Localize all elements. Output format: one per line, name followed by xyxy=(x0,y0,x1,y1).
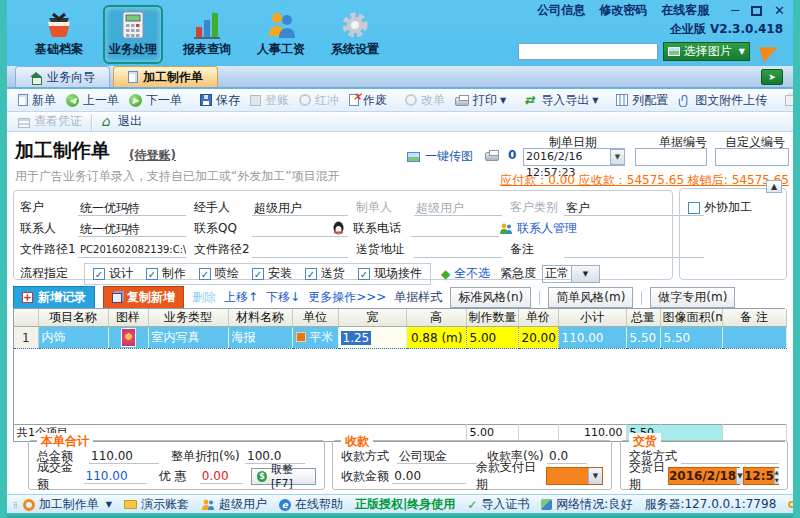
diamond-icon: ◆ xyxy=(441,267,450,281)
online-service-link[interactable]: 在线客服 xyxy=(661,2,709,19)
checkbox-make[interactable]: ✓ xyxy=(146,268,158,280)
add-record-button[interactable]: +新增记录 xyxy=(13,286,95,309)
handler-field[interactable]: 超级用户 xyxy=(252,200,348,216)
pay-method-field[interactable]: 公司现金 xyxy=(397,449,477,464)
cell-note xyxy=(722,327,786,349)
status-help[interactable]: e在线帮助 xyxy=(279,496,343,513)
company-info-link[interactable]: 公司信息 xyxy=(537,2,585,19)
status-import-cert[interactable]: ✓导入证书 xyxy=(467,496,529,513)
customer-field[interactable]: 统一优玛特 xyxy=(78,200,186,216)
view-voucher-button[interactable]: 查看凭证 xyxy=(13,112,87,131)
delivery-method-field[interactable] xyxy=(681,449,779,464)
process-label: 流程指定 xyxy=(20,265,78,282)
contact-manager-link[interactable]: 联系人管理 xyxy=(517,220,577,237)
exit-button[interactable]: ⌂退出 xyxy=(96,112,147,131)
reverse-button[interactable]: 红冲 xyxy=(294,91,344,110)
status-user[interactable]: 超级用户 xyxy=(201,496,267,513)
import-export-button[interactable]: ⇄导入导出▼ xyxy=(519,91,603,110)
file-path2-field[interactable] xyxy=(252,242,348,258)
new-order-button[interactable]: 新单 xyxy=(13,91,61,110)
style-char-button[interactable]: 做字专用(m) xyxy=(650,287,735,308)
change-password-link[interactable]: 修改密码 xyxy=(599,2,647,19)
style-label: 单据样式 xyxy=(394,289,442,306)
custom-no-input[interactable] xyxy=(715,148,789,166)
cell-item-name: 内饰 xyxy=(38,327,108,349)
tab-processing-order[interactable]: 加工制作单 xyxy=(113,66,218,87)
order-status-link[interactable]: (待登账) xyxy=(129,147,176,164)
status-lock-screen[interactable]: 锁屏 xyxy=(788,496,800,513)
deal-amount-field[interactable]: 110.00 xyxy=(84,469,147,484)
table-row[interactable]: 1 内饰 室内写真 海报 平米 1.25 0.88 (m) 5.00 20.00… xyxy=(14,327,786,349)
copy-add-button[interactable]: 复制新增 xyxy=(103,286,184,309)
minimize-icon[interactable]: ─ xyxy=(731,4,739,17)
contact-field[interactable]: 统一优玛特 xyxy=(78,221,186,237)
move-down-link[interactable]: 下移↓ xyxy=(266,289,300,306)
void-button[interactable]: 作废 xyxy=(344,91,392,110)
nav-item-settings[interactable]: 系统设置 xyxy=(325,5,385,64)
collapse-icon[interactable]: ▲ xyxy=(766,180,782,193)
checkbox-outsourcing[interactable] xyxy=(688,202,700,214)
modify-button[interactable]: 改单 xyxy=(400,91,450,110)
discount-label: 整单折扣(%) xyxy=(171,448,245,465)
one-key-upload-link[interactable]: 一键传图 xyxy=(407,148,473,165)
horn-icon[interactable] xyxy=(759,41,781,62)
urgency-select[interactable]: 正常▼ xyxy=(542,265,600,283)
next-order-button[interactable]: ▶下一单 xyxy=(124,91,187,110)
print-button[interactable]: 打印▼ xyxy=(450,91,511,110)
due-date-label: 余款支付日期 xyxy=(476,459,542,493)
tab-business-wizard[interactable]: 业务向导 xyxy=(15,66,110,87)
key-icon xyxy=(788,501,800,508)
move-up-link[interactable]: 上移↑ xyxy=(224,289,258,306)
nav-item-business[interactable]: 业务处理 xyxy=(103,5,163,64)
off-field[interactable]: 0.00 xyxy=(200,469,243,484)
doc-no-input[interactable] xyxy=(635,148,707,166)
cell-height: 0.88 (m) xyxy=(406,327,466,349)
round-button[interactable]: $取整[F7] xyxy=(251,468,316,485)
style-simple-button[interactable]: 简单风格(m) xyxy=(548,287,633,308)
pay-rate-field[interactable]: 0.0 xyxy=(547,449,587,464)
more-actions-link[interactable]: 更多操作>>> xyxy=(308,289,386,306)
select-none-link[interactable]: 全不选 xyxy=(454,265,490,282)
delivery-address-field[interactable] xyxy=(414,242,502,258)
pay-amount-field[interactable]: 0.00 xyxy=(392,469,466,484)
due-date-select[interactable]: ▼ xyxy=(546,467,603,485)
checkbox-spray[interactable]: ✓ xyxy=(199,268,211,280)
spinner-down-icon[interactable]: ▼ xyxy=(775,476,779,484)
process-options: ✓设计 ✓制作 ✓喷绘 ✓安装 ✓送货 ✓现场接件 xyxy=(84,263,431,285)
status-account[interactable]: 演示账套 xyxy=(124,496,189,513)
post-button[interactable]: 登账 xyxy=(245,91,294,110)
qq-icon[interactable] xyxy=(332,221,345,236)
maximize-icon[interactable] xyxy=(751,6,762,16)
column-config-button[interactable]: 列配置 xyxy=(611,91,673,110)
status-doc-type[interactable]: 加工制作单▼ xyxy=(23,496,112,513)
spinner-up-icon[interactable]: ▲ xyxy=(775,468,779,476)
nav-item-hr-payroll[interactable]: 人事工资 xyxy=(251,5,311,64)
checkbox-onsite[interactable]: ✓ xyxy=(358,268,370,280)
file-path1-field[interactable]: PC201602082139:C:\U xyxy=(78,242,186,258)
pay-amount-label: 收款金额 xyxy=(341,468,392,485)
attachment-upload-button[interactable]: 图文附件上传 xyxy=(673,91,772,110)
style-standard-button[interactable]: 标准风格(n) xyxy=(450,287,531,308)
choose-image-button[interactable]: 选择图片 ▼ xyxy=(663,42,750,61)
delete-link[interactable]: 删除 xyxy=(192,289,216,306)
tab-overflow-icon[interactable]: ➤ xyxy=(761,69,783,85)
nav-item-base-files[interactable]: 基础档案 xyxy=(29,5,89,64)
checkbox-install[interactable]: ✓ xyxy=(252,268,264,280)
people-icon xyxy=(265,10,297,40)
cell-unit: 平米 xyxy=(292,327,338,349)
date-dropdown-icon[interactable]: ▼ xyxy=(610,149,625,165)
thumbnail-image[interactable] xyxy=(121,328,136,347)
checkbox-deliver[interactable]: ✓ xyxy=(305,268,317,280)
delivery-date-select[interactable]: 2016/2/18▼ xyxy=(668,467,740,485)
save-button[interactable]: 保存 xyxy=(195,91,245,110)
close-icon[interactable]: ✕ xyxy=(774,4,785,17)
phone-field[interactable] xyxy=(411,221,499,237)
nav-item-reports[interactable]: 报表查询 xyxy=(177,5,237,64)
cell-width-edit[interactable]: 1.25 xyxy=(338,327,406,349)
copy-order-button[interactable]: 复制本单 xyxy=(780,91,800,110)
prev-order-button[interactable]: ◀上一单 xyxy=(61,91,124,110)
delivery-time-spinner[interactable]: 12:5▲▼ xyxy=(743,467,779,485)
image-path-input[interactable] xyxy=(518,43,658,60)
printer-icon[interactable] xyxy=(485,152,499,161)
checkbox-design[interactable]: ✓ xyxy=(93,268,105,280)
